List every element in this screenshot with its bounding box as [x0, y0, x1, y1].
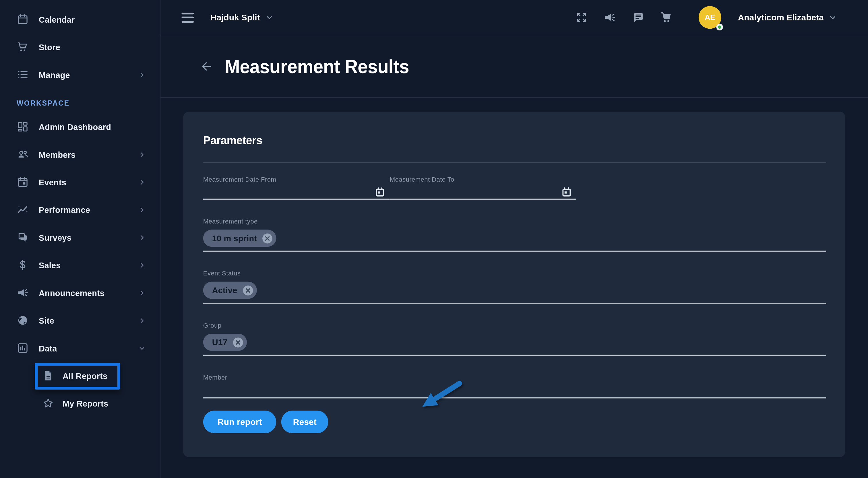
back-arrow-button[interactable]	[199, 59, 214, 73]
parameters-card: Parameters Measurement Date From	[183, 112, 845, 457]
topbar-actions: AE Analyticom Elizabeta	[560, 6, 837, 29]
member-field[interactable]: Member	[203, 374, 826, 399]
measurement-type-field[interactable]: Measurement type 10 m sprint	[203, 218, 826, 252]
sidebar-item-label: All Reports	[63, 371, 146, 380]
list-icon	[17, 69, 29, 81]
card-divider	[203, 162, 826, 163]
user-menu[interactable]: Analyticom Elizabeta	[738, 12, 837, 22]
sidebar-item-label: Data	[39, 344, 138, 353]
field-label: Measurement Date From	[203, 176, 390, 183]
chat-icon[interactable]	[631, 11, 645, 24]
measurement-date-to-field[interactable]: Measurement Date To	[390, 176, 577, 200]
field-label: Member	[203, 374, 826, 381]
sidebar-item-label: Events	[39, 177, 138, 187]
sidebar-item-label: Members	[39, 150, 138, 159]
sidebar: Calendar Store Manage	[0, 0, 160, 478]
sidebar-item-surveys[interactable]: Surveys	[0, 224, 160, 251]
date-input[interactable]	[203, 183, 390, 197]
sidebar-item-calendar[interactable]: Calendar	[0, 5, 160, 33]
sidebar-item-label: My Reports	[63, 399, 146, 408]
chip-label: Active	[212, 285, 237, 295]
chip-label: U17	[212, 338, 228, 347]
measurement-type-chip: 10 m sprint	[203, 229, 276, 247]
date-input[interactable]	[390, 183, 577, 197]
page-header: Measurement Results	[160, 35, 868, 98]
workspace-section-label: WORKSPACE	[0, 99, 160, 107]
calendar-icon	[17, 13, 29, 25]
sidebar-item-site[interactable]: Site	[0, 307, 160, 334]
chip-remove-icon[interactable]	[232, 337, 244, 348]
shopping-cart-icon[interactable]	[660, 11, 673, 24]
chevron-right-icon	[138, 71, 146, 78]
avatar[interactable]: AE	[699, 6, 721, 29]
chip-zone: U17	[203, 334, 826, 351]
team-selector[interactable]: Hajduk Split	[210, 12, 273, 22]
chat-bubbles-icon	[17, 231, 29, 243]
sidebar-item-data[interactable]: Data	[0, 334, 160, 362]
sidebar-item-label: Announcements	[39, 288, 138, 297]
sidebar-item-label: Calendar	[39, 14, 146, 24]
sidebar-item-announcements[interactable]: Announcements	[0, 279, 160, 307]
sidebar-item-label: Admin Dashboard	[39, 122, 146, 131]
chevron-down-icon	[138, 345, 146, 352]
field-label: Measurement type	[203, 218, 826, 225]
globe-icon	[17, 314, 29, 326]
event-status-field[interactable]: Event Status Active	[203, 270, 826, 304]
field-label: Group	[203, 322, 826, 328]
dollar-icon	[17, 259, 29, 271]
chip-remove-icon[interactable]	[262, 233, 273, 244]
group-field[interactable]: Group U17	[203, 322, 826, 356]
reset-button[interactable]: Reset	[281, 411, 328, 433]
chip-remove-icon[interactable]	[242, 285, 253, 296]
actions-row: Run report Reset	[203, 411, 826, 433]
fullscreen-icon[interactable]	[575, 11, 588, 24]
sidebar-item-sales[interactable]: Sales	[0, 251, 160, 279]
chevron-down-icon	[829, 13, 837, 22]
sidebar-item-manage[interactable]: Manage	[0, 61, 160, 88]
calendar-picker-icon[interactable]	[375, 187, 385, 197]
chevron-right-icon	[138, 179, 146, 186]
sidebar-item-label: Surveys	[39, 233, 138, 242]
trend-sparkle-icon	[17, 204, 29, 216]
card-title: Parameters	[203, 134, 795, 147]
run-report-button[interactable]: Run report	[203, 411, 276, 433]
sidebar-item-performance[interactable]: Performance	[0, 196, 160, 224]
hamburger-menu-icon[interactable]	[182, 12, 194, 22]
dashboard-icon	[17, 121, 29, 133]
date-range-row: Measurement Date From Measurement Date T…	[203, 176, 826, 200]
calendar-event-icon	[17, 176, 29, 188]
sidebar-item-label: Sales	[39, 260, 138, 270]
sidebar-item-store[interactable]: Store	[0, 33, 160, 61]
sidebar-item-label: Manage	[39, 70, 138, 79]
megaphone-icon	[17, 287, 29, 299]
sidebar-item-members[interactable]: Members	[0, 140, 160, 168]
event-status-chip: Active	[203, 282, 257, 299]
chevron-right-icon	[138, 261, 146, 268]
chevron-right-icon	[138, 317, 146, 324]
shopping-cart-icon	[17, 41, 29, 53]
chevron-right-icon	[138, 151, 146, 158]
field-label: Event Status	[203, 270, 826, 277]
presence-status-dot	[716, 24, 723, 30]
chevron-right-icon	[138, 234, 146, 241]
page-title: Measurement Results	[225, 55, 409, 77]
member-input[interactable]	[203, 381, 826, 397]
bar-chart-icon	[17, 342, 29, 354]
people-icon	[17, 148, 29, 160]
chip-zone: 10 m sprint	[203, 229, 826, 247]
megaphone-icon[interactable]	[603, 11, 617, 24]
app-window: Calendar Store Manage	[0, 0, 868, 478]
sidebar-item-my-reports[interactable]: My Reports	[0, 390, 160, 417]
measurement-date-from-field[interactable]: Measurement Date From	[203, 176, 390, 200]
chip-zone: Active	[203, 282, 826, 299]
chevron-down-icon	[265, 13, 273, 22]
sidebar-item-events[interactable]: Events	[0, 168, 160, 196]
sidebar-item-all-reports[interactable]: All Reports	[0, 362, 160, 389]
sidebar-item-label: Store	[39, 42, 146, 52]
chip-label: 10 m sprint	[212, 233, 257, 243]
field-label: Measurement Date To	[390, 176, 577, 183]
sidebar-item-admin-dashboard[interactable]: Admin Dashboard	[0, 113, 160, 140]
calendar-picker-icon[interactable]	[562, 187, 571, 197]
user-name: Analyticom Elizabeta	[738, 12, 824, 22]
topbar: Hajduk Split	[160, 0, 868, 35]
